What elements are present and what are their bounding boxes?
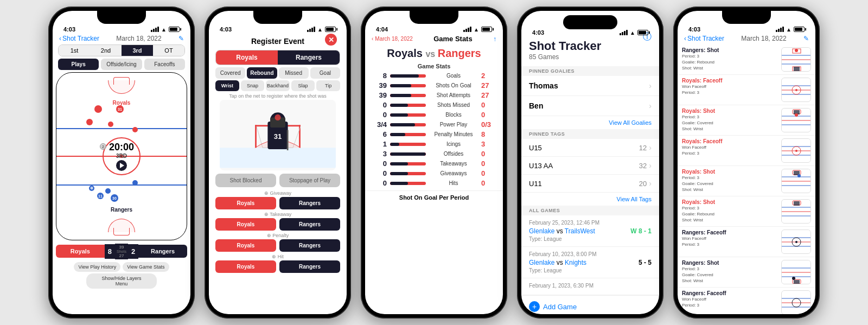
score-number-right: 2 [128,244,138,259]
event-item-7[interactable]: Rangers: Shot Period: 3 Goalie: Covered … [678,257,815,288]
takeaways-bar [390,162,426,165]
crease-top [108,80,135,94]
shot-tip[interactable]: Tip [316,80,340,91]
shot-wrist[interactable]: Wrist [215,80,239,91]
event-missed[interactable]: Missed [279,67,309,79]
play-tab-faceoffs[interactable]: Faceoffs [144,59,185,70]
giveaway-royals-btn[interactable]: Royals [215,197,276,209]
shot-slap[interactable]: Slap [291,80,315,91]
event-detail-4: Period: 3 Goalie: Covered Shot: Wrist [682,175,778,193]
phone-3: 4:04 ▲ ‹ March 18, 2022 Game Stats ↑ [361,7,507,318]
giveaway-team-row: Royals Rangers [215,197,340,209]
tag-u13[interactable]: U13 AA 32 › [521,157,659,175]
timer-display: 20:00 3RD [109,142,134,171]
event-goal[interactable]: Goal [310,67,340,79]
team-toggle-royals[interactable]: Royals [216,50,278,65]
shot-dot-2: 31 [116,105,124,113]
stat-takeaways: 0 Takeaways 0 [372,160,496,168]
penalty-rangers-btn[interactable]: Rangers [279,239,340,252]
shots-goal-label: Shots On Goal [429,82,478,88]
view-play-history-btn[interactable]: View Play History [74,262,120,272]
chevron-u13-icon: › [649,161,652,170]
event-item-6[interactable]: Rangers: Faceoff Won Faceoff Period: 3 [678,227,815,257]
hit-rangers-btn[interactable]: Rangers [279,260,340,273]
event-item-1[interactable]: Royals: Faceoff Won Faceoff Period: 3 [678,75,815,105]
offsides-bar [390,152,426,156]
event-rebound[interactable]: Rebound [247,67,277,79]
event-covered[interactable]: Covered [215,67,245,79]
play-button[interactable] [116,160,127,171]
giveaways-bar [390,172,426,175]
signal-bars-5 [776,27,784,32]
event-detail-2: Period: 3 Goalie: Covered Shot: Wrist [682,114,778,132]
play-tab-plays[interactable]: Plays [58,59,99,70]
giveaway-label: ⊕ Giveaway [215,190,340,196]
period-3rd[interactable]: 3rd [122,45,153,56]
penalty-royals-btn[interactable]: Royals [215,239,276,252]
takeaway-rangers-btn[interactable]: Rangers [279,218,340,231]
hockey-rink[interactable]: Royals Rangers 31 2 20:00 3RD ⊕ [56,72,187,240]
status-icons-1: ▲ [151,27,180,33]
score-bar: Royals 8 39 Shots 27 2 Rangers [56,243,187,260]
back-date-btn[interactable]: ‹ March 18, 2022 [372,36,413,42]
event-item-3[interactable]: Royals: Faceoff Won Faceoff Period: 3 [678,136,815,166]
shot-dot-6: 2 [100,143,106,150]
hit-royals-btn[interactable]: Royals [215,260,276,273]
layers-menu-btn[interactable]: Show/Hide Layers Menu [86,273,157,289]
blocks-label: Blocks [429,112,478,118]
goalie-ben[interactable]: Ben › [521,96,659,116]
shot-backhand[interactable]: Backhand [266,80,290,91]
shot-dot-4 [108,122,113,127]
stat-shots-missed: 0 Shots Missed 0 [372,101,496,109]
takeaways-left: 0 [372,160,387,168]
period-2nd[interactable]: 2nd [90,45,122,56]
game-entry-3[interactable]: February 1, 2023, 6:30 PM [521,278,659,295]
shot-dot-5 [132,127,138,132]
giveaway-rangers-btn[interactable]: Rangers [279,197,340,209]
takeaway-royals-btn[interactable]: Royals [215,218,276,231]
shot-blocked-btn[interactable]: Shot Blocked [215,174,276,187]
timer-time: 20:00 [109,142,134,153]
event-item-8[interactable]: Rangers: Faceoff Won Faceoff Period: 3 [678,288,815,314]
event-title-8: Rangers: Faceoff [682,290,778,296]
view-all-tags-btn[interactable]: View All Tags [521,193,659,206]
event-item-5[interactable]: Royals: Shot Period: 3 Goalie: Rebound S… [678,196,815,227]
edit-btn-5[interactable]: ✎ [803,35,809,42]
icings-label: Icings [429,141,478,147]
team-toggle-rangers[interactable]: Rangers [278,50,340,65]
edit-btn-1[interactable]: ✎ [178,35,184,42]
event-item-2[interactable]: Royals: Shot Period: 3 Goalie: Covered S… [678,105,815,136]
game-entry-2[interactable]: February 10, 2023, 8:00 PM Glenlake vs K… [521,247,659,278]
event-detail-0: Period: 3 Goalie: Rebound Shot: Wrist [682,53,778,72]
svg-rect-49 [794,201,800,206]
event-item-4[interactable]: Royals: Shot Period: 3 Goalie: Covered S… [678,166,815,196]
event-thumb-7 [781,260,811,284]
close-btn[interactable]: ✕ [325,34,337,46]
view-all-goalies-btn[interactable]: View All Goalies [521,116,659,129]
svg-text:31: 31 [274,132,282,141]
svg-point-15 [795,49,798,52]
period-ot[interactable]: OT [153,45,184,56]
stoppage-play-btn[interactable]: Stoppage of Play [279,174,340,187]
event-info-4: Royals: Shot Period: 3 Goalie: Covered S… [682,169,778,193]
net-graphic[interactable]: 31 [220,100,336,170]
back-btn-5[interactable]: ‹ Shot Tracker [684,35,724,42]
phone-4: 4:03 ▲ ⓘ Shot Tracker 85 Games PINNED [517,7,663,318]
tag-u11[interactable]: U11 20 › [521,175,659,193]
view-game-stats-btn[interactable]: View Game Stats [123,262,169,272]
add-game-btn[interactable]: + Add Game [521,295,659,314]
shot-attempts-bar [390,94,426,97]
game-entry-1[interactable]: February 25, 2023, 12:46 PM Glenlake vs … [521,215,659,247]
goalie-thomas[interactable]: Thomas › [521,76,659,96]
tag-u15[interactable]: U15 12 › [521,139,659,157]
event-thumb-5 [781,199,811,224]
game-2-home: Glenlake [529,259,554,266]
shots-missed-right: 0 [481,101,496,109]
back-btn-1[interactable]: ‹ Shot Tracker [59,35,99,42]
event-item-0[interactable]: Rangers: Shot Period: 3 Goalie: Rebound … [678,44,815,75]
share-icon[interactable]: ↑ [493,35,496,43]
battery-2 [325,27,336,32]
period-1st[interactable]: 1st [59,45,90,56]
shot-snap[interactable]: Snap [241,80,265,91]
play-tab-offside[interactable]: Offside/Icing [101,59,142,70]
